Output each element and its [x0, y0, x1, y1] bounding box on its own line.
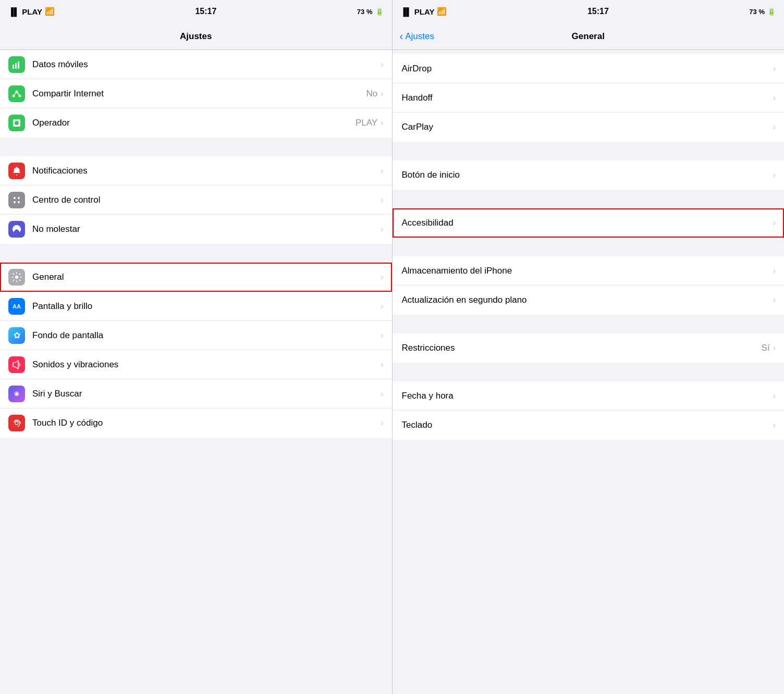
- row-almacenamiento[interactable]: Almacenamiento del iPhone ›: [393, 256, 785, 286]
- left-panel: ▐▌ PLAY 📶 15:17 73 % 🔋 Ajustes Datos móv…: [0, 0, 393, 694]
- row-restricciones[interactable]: Restricciones Sí ›: [393, 333, 785, 363]
- row-sonidos[interactable]: Sonidos y vibraciones ›: [0, 350, 392, 379]
- icon-general: [8, 269, 25, 286]
- right-spacer-1: [393, 142, 785, 160]
- row-notificaciones[interactable]: Notificaciones ›: [0, 156, 392, 185]
- chevron-siri: ›: [381, 389, 383, 399]
- chevron-notificaciones: ›: [381, 166, 383, 176]
- right-carrier: PLAY: [414, 7, 435, 16]
- left-status-bar: ▐▌ PLAY 📶 15:17 73 % 🔋: [0, 0, 392, 23]
- row-fondo[interactable]: ✿ Fondo de pantalla ›: [0, 321, 392, 350]
- left-status-right: 73 % 🔋: [357, 8, 384, 16]
- chevron-fondo: ›: [381, 331, 383, 340]
- label-datos-moviles: Datos móviles: [32, 59, 381, 70]
- row-compartir-internet[interactable]: Compartir Internet No ›: [0, 79, 392, 108]
- right-nav-title: General: [572, 31, 605, 42]
- svg-point-11: [18, 201, 20, 203]
- icon-compartir: [8, 85, 25, 102]
- left-status-left: ▐▌ PLAY 📶: [8, 7, 55, 16]
- right-battery-icon: 🔋: [767, 8, 776, 16]
- chevron-teclado: ›: [773, 420, 776, 430]
- left-spacer-1: [0, 138, 392, 156]
- svg-line-7: [17, 92, 20, 96]
- left-section-general: General › AA Pantalla y brillo › ✿ Fondo…: [0, 263, 392, 438]
- label-touchid: Touch ID y código: [32, 418, 381, 428]
- chevron-operador: ›: [381, 118, 383, 128]
- label-fecha-hora: Fecha y hora: [402, 391, 773, 401]
- right-panel: ▐▌ PLAY 📶 15:17 73 % 🔋 ‹ Ajustes General…: [393, 0, 785, 694]
- chevron-centro: ›: [381, 195, 383, 205]
- label-notificaciones: Notificaciones: [32, 166, 381, 176]
- row-centro-control[interactable]: Centro de control ›: [0, 185, 392, 215]
- right-spacer-5: [393, 363, 785, 381]
- svg-point-10: [14, 201, 16, 203]
- row-no-molestar[interactable]: No molestar ›: [0, 215, 392, 244]
- row-handoff[interactable]: Handoff ›: [393, 83, 785, 113]
- chevron-restricciones: ›: [773, 343, 776, 353]
- right-section-boton: Botón de inicio ›: [393, 160, 785, 190]
- label-teclado: Teclado: [402, 420, 773, 430]
- svg-rect-0: [13, 65, 14, 69]
- left-signal-icon: ▐▌: [8, 7, 19, 16]
- label-actualizacion: Actualización en segundo plano: [402, 295, 773, 305]
- icon-operador: [8, 115, 25, 131]
- right-status-right: 73 % 🔋: [749, 8, 776, 16]
- chevron-airdrop: ›: [773, 64, 776, 73]
- row-airdrop[interactable]: AirDrop ›: [393, 54, 785, 83]
- row-operador[interactable]: Operador PLAY ›: [0, 108, 392, 138]
- chevron-sonidos: ›: [381, 360, 383, 369]
- label-restricciones: Restricciones: [402, 343, 762, 353]
- row-siri[interactable]: Siri y Buscar ›: [0, 379, 392, 408]
- label-no-molestar: No molestar: [32, 224, 381, 234]
- back-chevron-icon: ‹: [400, 30, 403, 42]
- row-actualizacion[interactable]: Actualización en segundo plano ›: [393, 286, 785, 315]
- svg-point-14: [16, 392, 18, 395]
- chevron-compartir: ›: [381, 89, 383, 98]
- back-button[interactable]: ‹ Ajustes: [400, 30, 434, 42]
- row-general[interactable]: General ›: [0, 263, 392, 292]
- row-datos-moviles[interactable]: Datos móviles ›: [0, 50, 392, 79]
- label-sonidos: Sonidos y vibraciones: [32, 360, 381, 370]
- left-carrier: PLAY: [22, 7, 42, 16]
- icon-sonidos: [8, 356, 25, 373]
- right-section-accesibilidad: Accesibilidad ›: [393, 208, 785, 238]
- chevron-general: ›: [381, 272, 383, 282]
- chevron-touchid: ›: [381, 418, 383, 428]
- svg-point-12: [15, 276, 18, 279]
- svg-rect-1: [15, 63, 17, 69]
- label-general: General: [32, 272, 381, 282]
- label-carplay: CarPlay: [402, 122, 773, 132]
- right-section-restricciones: Restricciones Sí ›: [393, 333, 785, 363]
- back-label: Ajustes: [405, 31, 434, 42]
- chevron-boton: ›: [773, 170, 776, 180]
- row-touchid[interactable]: Touch ID y código ›: [0, 408, 392, 438]
- right-section-storage: Almacenamiento del iPhone › Actualizació…: [393, 256, 785, 315]
- row-carplay[interactable]: CarPlay ›: [393, 113, 785, 142]
- left-nav-bar: Ajustes: [0, 23, 392, 50]
- svg-point-15: [15, 422, 18, 425]
- chevron-no-molestar: ›: [381, 225, 383, 234]
- label-accesibilidad: Accesibilidad: [402, 218, 773, 228]
- icon-siri: [8, 386, 25, 402]
- icon-notificaciones: [8, 163, 25, 179]
- icon-centro: [8, 192, 25, 208]
- label-almacenamiento: Almacenamiento del iPhone: [402, 266, 773, 276]
- right-settings-list: AirDrop › Handoff › CarPlay › Botón de i…: [393, 50, 785, 694]
- row-pantalla[interactable]: AA Pantalla y brillo ›: [0, 292, 392, 321]
- label-operador: Operador: [32, 118, 356, 128]
- value-restricciones: Sí: [762, 343, 770, 353]
- row-accesibilidad[interactable]: Accesibilidad ›: [393, 208, 785, 238]
- row-boton-inicio[interactable]: Botón de inicio ›: [393, 160, 785, 190]
- left-nav-title: Ajustes: [180, 31, 212, 42]
- right-signal-icon: ▐▌: [401, 7, 412, 16]
- icon-touchid: [8, 415, 25, 431]
- right-section-airdrop: AirDrop › Handoff › CarPlay ›: [393, 54, 785, 142]
- left-wifi-icon: 📶: [45, 7, 55, 16]
- chevron-actualizacion: ›: [773, 295, 776, 305]
- label-pantalla: Pantalla y brillo: [32, 301, 381, 312]
- row-fecha-hora[interactable]: Fecha y hora ›: [393, 381, 785, 411]
- right-status-left: ▐▌ PLAY 📶: [401, 7, 447, 16]
- label-siri: Siri y Buscar: [32, 389, 381, 399]
- svg-rect-2: [18, 61, 19, 69]
- row-teclado[interactable]: Teclado ›: [393, 411, 785, 440]
